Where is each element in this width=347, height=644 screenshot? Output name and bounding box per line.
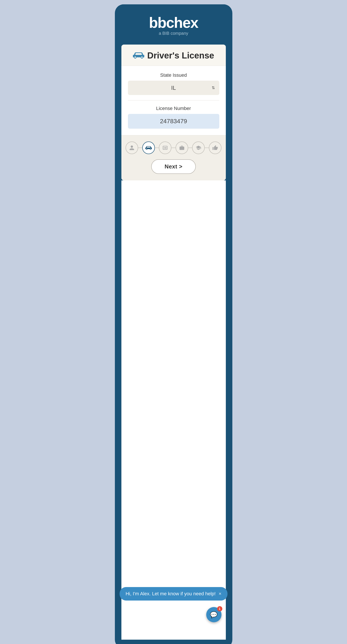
step-line-3 xyxy=(171,148,175,148)
license-label: License Number xyxy=(128,106,219,111)
chat-bubble: Hi, I'm Alex. Let me know if you need he… xyxy=(119,587,228,600)
app-logo: bbchex xyxy=(149,15,198,30)
main-card: Driver's License State Issued IL AL AK A… xyxy=(121,44,226,180)
state-select[interactable]: IL AL AK AZ AR CA CO CT DE FL GA HI ID I… xyxy=(128,81,219,95)
step-line-5 xyxy=(205,148,209,148)
chat-button[interactable]: 💬 1 xyxy=(206,607,221,622)
step-car[interactable] xyxy=(142,142,155,154)
form-divider xyxy=(128,100,219,100)
card-title: Driver's License xyxy=(147,51,214,60)
steps-row xyxy=(126,142,221,154)
step-id[interactable] xyxy=(159,142,171,154)
next-button[interactable]: Next > xyxy=(151,159,196,174)
step-work[interactable] xyxy=(176,142,188,154)
step-education[interactable] xyxy=(192,142,205,154)
logo-tagline: a BIB company xyxy=(159,31,188,36)
chat-bubble-text: Hi, I'm Alex. Let me know if you need he… xyxy=(126,591,216,596)
white-content-area xyxy=(121,180,226,640)
form-section: State Issued IL AL AK AZ AR CA CO CT DE … xyxy=(121,66,226,135)
state-select-wrapper: IL AL AK AZ AR CA CO CT DE FL GA HI ID I… xyxy=(128,81,219,95)
step-person[interactable] xyxy=(126,142,138,154)
nav-section: Next > xyxy=(121,135,226,180)
logo-text: bchex xyxy=(158,14,198,31)
step-complete[interactable] xyxy=(209,142,221,154)
car-icon xyxy=(133,51,144,60)
step-line-1 xyxy=(138,148,142,148)
chat-badge: 1 xyxy=(217,606,222,612)
app-header: bbchex a BIB company xyxy=(121,4,226,44)
step-line-4 xyxy=(188,148,192,148)
phone-container: bbchex a BIB company Driver's License St… xyxy=(115,4,232,644)
step-line-2 xyxy=(155,148,159,148)
chat-close-button[interactable]: × xyxy=(219,591,221,596)
card-header: Driver's License xyxy=(121,44,226,66)
chat-button-icon: 💬 xyxy=(210,611,218,618)
state-label: State Issued xyxy=(128,72,219,78)
license-number-input[interactable] xyxy=(128,114,219,129)
